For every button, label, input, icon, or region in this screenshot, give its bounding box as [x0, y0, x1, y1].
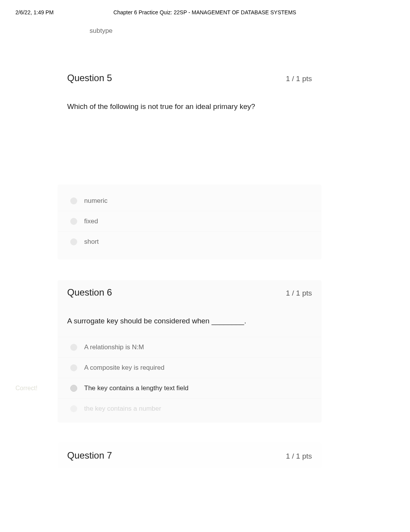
question-5-prompt: Which of the following is not true for a…	[58, 94, 321, 123]
answer-option: numeric	[58, 191, 321, 211]
question-7-points: 1 / 1 pts	[286, 452, 312, 461]
question-6-title: Question 6	[67, 287, 112, 298]
answer-text: fixed	[84, 218, 98, 225]
radio-icon	[70, 405, 77, 412]
print-title: Chapter 6 Practice Quiz: 22SP - MANAGEME…	[54, 9, 395, 15]
page-header: 2/6/22, 1:49 PM Chapter 6 Practice Quiz:…	[0, 0, 410, 19]
radio-icon	[70, 344, 77, 351]
question-7-header: Question 7 1 / 1 pts	[58, 443, 321, 468]
question-6-block: Question 6 1 / 1 pts A surrogate key sho…	[58, 280, 321, 422]
correct-label: Correct!	[15, 385, 37, 392]
answer-text: short	[84, 238, 99, 246]
question-6-prompt: A surrogate key should be considered whe…	[58, 309, 321, 337]
radio-icon	[70, 218, 77, 225]
answer-text: A composite key is required	[84, 364, 164, 372]
print-timestamp: 2/6/22, 1:49 PM	[15, 9, 54, 15]
answer-text: The key contains a lengthy text field	[84, 384, 188, 392]
answer-option: fixed	[58, 211, 321, 231]
answer-option: A composite key is required	[58, 357, 321, 378]
radio-icon	[70, 238, 77, 245]
answer-option: the key contains a number	[58, 398, 321, 422]
content-area: subtype Question 5 1 / 1 pts Which of th…	[58, 19, 321, 468]
question-5-block: Question 5 1 / 1 pts Which of the follow…	[58, 66, 321, 259]
question-5-points: 1 / 1 pts	[286, 75, 312, 83]
question-5-header: Question 5 1 / 1 pts	[58, 66, 321, 90]
question-5-answers: numeric fixed short	[58, 185, 321, 259]
answer-option-correct: Correct! The key contains a lengthy text…	[58, 378, 321, 398]
question-6-points: 1 / 1 pts	[286, 289, 312, 297]
question-5-title: Question 5	[67, 73, 112, 83]
radio-icon	[70, 364, 77, 371]
answer-text: A relationship is N:M	[84, 343, 144, 351]
question-6-header: Question 6 1 / 1 pts	[58, 280, 321, 305]
answer-text: numeric	[84, 197, 107, 205]
question-7-block: Question 7 1 / 1 pts	[58, 443, 321, 468]
previous-answer-fragment: subtype	[58, 27, 321, 35]
answer-option: short	[58, 231, 321, 252]
question-7-title: Question 7	[67, 450, 112, 461]
radio-icon	[70, 197, 77, 204]
radio-icon	[70, 385, 77, 392]
answer-option: A relationship is N:M	[58, 337, 321, 357]
answer-text: the key contains a number	[84, 405, 161, 413]
